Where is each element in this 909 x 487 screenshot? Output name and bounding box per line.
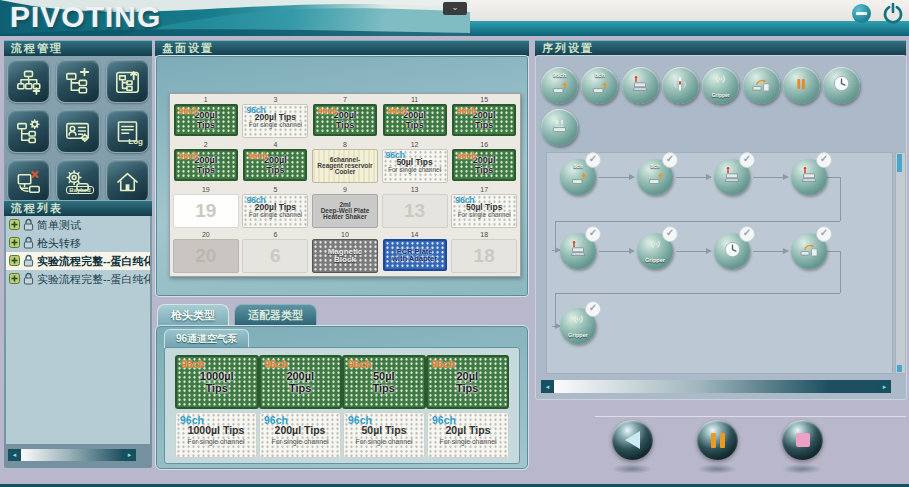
scroll-right-icon[interactable] bbox=[123, 449, 136, 461]
scroll-left-icon[interactable] bbox=[541, 380, 554, 393]
slot-number: 18 bbox=[480, 230, 488, 239]
deck-plate-6[interactable]: 6 bbox=[242, 239, 308, 273]
deck-plate-5[interactable]: 96ch200µl TipsFor single channel bbox=[242, 194, 308, 228]
deck-slot-18: 1818 bbox=[449, 230, 519, 275]
tip-rack[interactable]: 96ch200µl TipsFor single channel bbox=[259, 412, 341, 458]
process-list-item[interactable]: 枪头转移 bbox=[6, 234, 150, 252]
seq-tool-pipette-96ch[interactable]: 96ch bbox=[541, 67, 578, 104]
tool-new-process[interactable] bbox=[7, 59, 50, 103]
flow-vertical-scrollbar[interactable] bbox=[895, 152, 906, 374]
flow-node-gripper[interactable]: Gripper bbox=[560, 308, 596, 344]
scrollbar-track[interactable] bbox=[21, 449, 123, 461]
slot-number: 5 bbox=[273, 185, 277, 194]
process-list-item[interactable]: 实验流程完整--蛋白纯化 bbox=[6, 252, 150, 270]
tab-96ch-air-pump[interactable]: 96通道空气泵 bbox=[164, 329, 249, 348]
deck-plate-19[interactable]: 19 bbox=[173, 194, 239, 228]
process-list-scrollbar[interactable] bbox=[8, 449, 136, 461]
tab-tip-type[interactable]: 枪头类型 bbox=[157, 304, 229, 326]
gripper-icon bbox=[647, 239, 664, 258]
deck-plate-2[interactable]: 96ch200µlTips bbox=[174, 149, 238, 181]
tip-rack[interactable]: 96ch1000µl TipsFor single channel bbox=[175, 412, 257, 458]
pause-button[interactable] bbox=[697, 420, 738, 460]
tool-export-process[interactable] bbox=[106, 59, 149, 103]
process-settings-icon bbox=[15, 118, 42, 145]
seq-tool-pipette-8ch[interactable]: 8ch bbox=[581, 67, 618, 104]
discard-tip-icon bbox=[751, 74, 771, 98]
play-button[interactable] bbox=[612, 420, 653, 460]
titlebar: PIVOTING ⌄ bbox=[0, 0, 909, 36]
tab-adapter-type[interactable]: 适配器类型 bbox=[234, 304, 317, 326]
flow-node-heater[interactable] bbox=[560, 233, 596, 269]
deck-plate-3[interactable]: 96ch200µl TipsFor single channel bbox=[242, 104, 308, 138]
scroll-down-button[interactable] bbox=[897, 365, 902, 372]
flow-node-discard[interactable] bbox=[791, 233, 827, 269]
sequence-panel: 96ch8chGripper 8ch8chGripperGripper bbox=[535, 55, 907, 400]
seq-tool-gripper[interactable]: Gripper bbox=[702, 67, 739, 104]
tool-process-settings[interactable] bbox=[7, 109, 50, 153]
scroll-left-icon[interactable] bbox=[8, 449, 21, 461]
tool-user-settings[interactable] bbox=[56, 109, 99, 153]
deck-plate-4[interactable]: 96ch200µlTips bbox=[243, 149, 307, 181]
deck-plate-15[interactable]: 96ch200µlTips bbox=[452, 104, 516, 136]
tip-rack[interactable]: 96ch20µl TipsFor single channel bbox=[427, 412, 509, 458]
slot-number: 20 bbox=[202, 230, 210, 239]
tip-rack[interactable]: 96ch20µlTips bbox=[426, 355, 510, 409]
scrollbar-track[interactable] bbox=[554, 380, 878, 393]
deck-plate-14[interactable]: PCR Platewith Adapter bbox=[383, 239, 447, 271]
seq-tool-timer[interactable] bbox=[823, 67, 860, 104]
tip-rack[interactable]: 96ch1000µlTips bbox=[175, 355, 259, 409]
plate-label: Tips bbox=[197, 165, 215, 175]
minimize-button[interactable] bbox=[852, 4, 871, 23]
deck-plate-8[interactable]: 6channel-Reagent reservoirCooler bbox=[312, 149, 378, 183]
expand-plus-icon[interactable] bbox=[9, 219, 20, 232]
flow-node-8ch[interactable]: 8ch bbox=[637, 159, 673, 195]
deck-plate-11[interactable]: 96ch200µlTips bbox=[383, 104, 447, 136]
expand-plus-icon[interactable] bbox=[9, 255, 20, 268]
flow-node-clock[interactable] bbox=[714, 233, 750, 269]
scroll-right-icon[interactable] bbox=[878, 380, 891, 393]
tool-log[interactable]: Log bbox=[106, 109, 149, 153]
expand-plus-icon[interactable] bbox=[9, 237, 20, 250]
titlebar-menu-button[interactable]: ⌄ bbox=[443, 2, 467, 15]
empty-slot-number: 19 bbox=[195, 202, 216, 220]
seq-tool-discard-tip[interactable] bbox=[743, 67, 780, 104]
seq-tool-mix[interactable] bbox=[662, 67, 699, 104]
seq-tool-pause-step[interactable] bbox=[783, 67, 820, 104]
process-name: 简单测试 bbox=[37, 218, 81, 233]
tool-disconnect-device[interactable] bbox=[7, 159, 50, 203]
flow-node-heater[interactable] bbox=[791, 159, 827, 195]
tool-add-step[interactable] bbox=[56, 59, 99, 103]
deck-plate-17[interactable]: 96ch50µl TipsFor single channel bbox=[451, 194, 517, 228]
deck-plate-9[interactable]: 2mlDeep-Well PlateHeater Shaker bbox=[312, 194, 378, 228]
tip-rack[interactable]: 96ch50µl TipsFor single channel bbox=[343, 412, 425, 458]
flow-node-8ch[interactable]: 8ch bbox=[560, 159, 596, 195]
process-list-item[interactable]: 简单测试 bbox=[6, 216, 150, 234]
deck-plate-7[interactable]: 96ch200µlTips bbox=[313, 104, 377, 136]
flow-node-heater[interactable] bbox=[714, 159, 750, 195]
seq-tool-heater-shaker[interactable] bbox=[622, 67, 659, 104]
channel-count-label: 96ch bbox=[179, 152, 198, 161]
slot-number: 16 bbox=[480, 140, 488, 149]
deck-plate-16[interactable]: 96ch200µlTips bbox=[452, 149, 516, 181]
scrollbar-thumb[interactable] bbox=[897, 154, 902, 172]
tip-rack[interactable]: 96ch50µlTips bbox=[342, 355, 426, 409]
deck-plate-12[interactable]: 96ch50µl TipsFor single channel bbox=[382, 149, 448, 183]
deck-plate-10[interactable]: MagneticBlock bbox=[312, 239, 378, 273]
deck-plate-1[interactable]: 96ch200µlTips bbox=[174, 104, 238, 136]
deck-slot-1: 196ch200µlTips bbox=[171, 95, 241, 140]
flow-node-gripper[interactable]: Gripper bbox=[637, 233, 673, 269]
deck-plate-13[interactable]: 13 bbox=[382, 194, 448, 228]
plate-sublabel: For single channel bbox=[458, 212, 511, 218]
tip-rack[interactable]: 96ch200µlTips bbox=[259, 355, 343, 409]
expand-plus-icon[interactable] bbox=[9, 273, 20, 286]
seq-tool-transfer[interactable] bbox=[541, 109, 578, 146]
process-list-item[interactable]: 实验流程完整--蛋白纯化 1列 3 bbox=[6, 270, 150, 288]
power-button[interactable] bbox=[882, 2, 904, 24]
tool-home[interactable] bbox=[106, 159, 149, 203]
stop-button[interactable] bbox=[782, 420, 823, 460]
deck-plate-18[interactable]: 18 bbox=[451, 239, 517, 273]
channel-count-label: 96ch bbox=[265, 359, 289, 370]
flow-horizontal-scrollbar[interactable] bbox=[541, 380, 891, 393]
deck-plate-20[interactable]: 20 bbox=[173, 239, 239, 273]
tool-device-config[interactable]: Bayked bbox=[56, 159, 99, 203]
